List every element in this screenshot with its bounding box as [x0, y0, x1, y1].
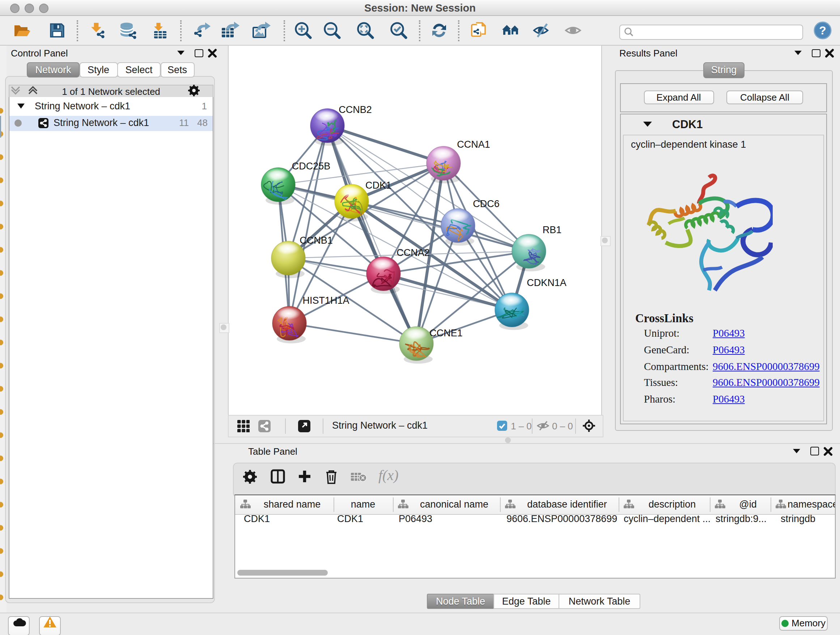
- svg-text:CCNA2: CCNA2: [396, 247, 430, 258]
- svg-text:CDK1: CDK1: [365, 180, 392, 191]
- svg-text:CCNA1: CCNA1: [457, 139, 490, 150]
- svg-text:CDC6: CDC6: [473, 198, 500, 209]
- svg-text:CDC25B: CDC25B: [292, 161, 331, 172]
- svg-text:CCNB1: CCNB1: [300, 235, 333, 246]
- svg-text:CCNE1: CCNE1: [429, 328, 463, 339]
- svg-text:HIST1H1A: HIST1H1A: [302, 295, 349, 306]
- svg-text:CCNB2: CCNB2: [339, 104, 372, 115]
- svg-text:RB1: RB1: [543, 225, 562, 235]
- svg-text:CDKN1A: CDKN1A: [527, 277, 567, 288]
- svg-text:?: ?: [819, 24, 826, 37]
